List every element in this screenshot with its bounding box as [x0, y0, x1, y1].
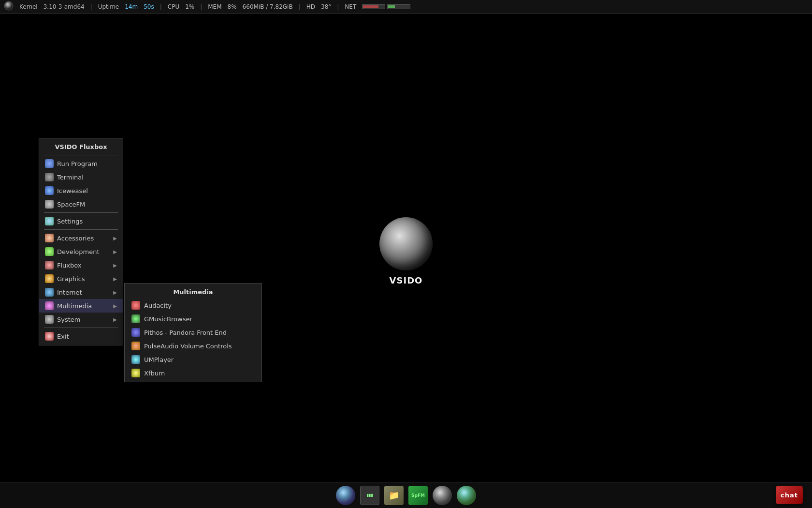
accessories-icon	[45, 234, 54, 242]
graphics-arrow: ▶	[113, 276, 117, 282]
graphics-icon	[45, 274, 54, 283]
multimedia-arrow: ▶	[113, 303, 117, 309]
iceweasel-icon	[45, 186, 54, 195]
main-menu: VSIDO Fluxbox Run Program Terminal Icewe…	[39, 138, 123, 345]
chat-icon: chat	[776, 486, 803, 504]
menu-divider-1	[44, 155, 118, 155]
menu-item-development[interactable]: Development ▶	[39, 245, 123, 258]
taskbar-browser2[interactable]	[456, 485, 477, 506]
topbar: Kernel 3.10-3-amd64 | Uptime 14m 50s | C…	[0, 0, 812, 14]
spacefm-icon	[45, 200, 54, 209]
hd-label: HD	[306, 3, 315, 10]
fluxbox-arrow: ▶	[113, 263, 117, 268]
menu-item-system[interactable]: System ▶	[39, 313, 123, 326]
chat-button[interactable]: chat	[774, 484, 805, 506]
menu-item-internet[interactable]: Internet ▶	[39, 285, 123, 299]
net-bars	[362, 4, 410, 9]
taskbar: ▮▮▮ 📁 SpFM	[0, 482, 812, 508]
fluxbox-icon	[45, 261, 54, 269]
sysmonitor-label: ▮▮▮	[366, 493, 373, 497]
development-arrow: ▶	[113, 249, 117, 254]
menu-divider-3	[44, 229, 118, 230]
menu-divider-2	[44, 212, 118, 213]
mem-value: 8%	[228, 3, 237, 10]
menu-item-exit[interactable]: Exit	[39, 329, 123, 343]
multimedia-submenu: Multimedia Audacity GMusicBrowser Pithos…	[124, 283, 262, 382]
pulseaudio-icon	[131, 342, 140, 350]
hd-value: 38°	[321, 3, 331, 10]
system-arrow: ▶	[113, 317, 117, 322]
submenu-item-umplayer[interactable]: UMPlayer	[125, 353, 261, 366]
menu-divider-4	[44, 328, 118, 328]
sep2: |	[160, 3, 162, 10]
pithos-label: Pithos - Pandora Front End	[144, 329, 227, 336]
submenu-item-pulseaudio[interactable]: PulseAudio Volume Controls	[125, 339, 261, 353]
gmusicbrowser-label: GMusicBrowser	[144, 315, 192, 323]
menu-item-graphics[interactable]: Graphics ▶	[39, 272, 123, 285]
internet-label: Internet	[57, 289, 82, 296]
umplayer-icon	[131, 355, 140, 364]
terminal-label: Terminal	[57, 174, 84, 181]
uptime-label: Uptime	[98, 3, 119, 10]
xfburn-icon	[131, 369, 140, 377]
gmusicbrowser-icon	[131, 314, 140, 323]
svg-point-0	[4, 1, 13, 10]
menu-item-settings[interactable]: Settings	[39, 214, 123, 228]
spfm-label: SpFM	[411, 493, 425, 498]
internet-arrow: ▶	[113, 290, 117, 295]
pithos-icon	[131, 328, 140, 337]
terminal-icon	[45, 173, 54, 181]
exit-label: Exit	[57, 333, 69, 340]
net-label: NET	[345, 3, 356, 10]
pulseaudio-label: PulseAudio Volume Controls	[144, 343, 232, 350]
kernel-value: 3.10-3-amd64	[44, 3, 85, 10]
desktop-logo-text: VSIDO	[390, 275, 423, 285]
menu-item-iceweasel[interactable]: Iceweasel	[39, 184, 123, 197]
taskbar-vsido[interactable]	[432, 485, 453, 506]
chat-label: chat	[781, 492, 798, 499]
taskbar-spfm[interactable]: SpFM	[407, 485, 429, 506]
umplayer-label: UMPlayer	[144, 356, 174, 363]
submenu-item-pithos[interactable]: Pithos - Pandora Front End	[125, 326, 261, 339]
menu-item-fluxbox[interactable]: Fluxbox ▶	[39, 258, 123, 272]
system-icon	[45, 315, 54, 324]
system-label: System	[57, 316, 80, 323]
topbar-logo	[4, 1, 14, 12]
multimedia-label: Multimedia	[57, 302, 92, 310]
accessories-label: Accessories	[57, 235, 94, 242]
taskbar-sysmonitor[interactable]: ▮▮▮	[359, 485, 380, 506]
accessories-arrow: ▶	[113, 236, 117, 241]
xfburn-label: Xfburn	[144, 370, 165, 377]
sep3: |	[200, 3, 202, 10]
menu-title: VSIDO Fluxbox	[39, 140, 123, 153]
mem-detail: 660MiB / 7.82GiB	[243, 3, 293, 10]
cpu-label: CPU	[168, 3, 179, 10]
audacity-icon	[131, 301, 140, 310]
mem-label: MEM	[208, 3, 221, 10]
menu-item-multimedia[interactable]: Multimedia ▶	[39, 299, 123, 313]
settings-icon	[45, 217, 54, 225]
sep1: |	[90, 3, 92, 10]
internet-icon	[45, 288, 54, 297]
run-program-label: Run Program	[57, 160, 98, 167]
graphics-label: Graphics	[57, 275, 85, 283]
menu-item-spacefm[interactable]: SpaceFM	[39, 197, 123, 211]
submenu-item-audacity[interactable]: Audacity	[125, 299, 261, 312]
submenu-item-gmusicbrowser[interactable]: GMusicBrowser	[125, 312, 261, 326]
spacefm-label: SpaceFM	[57, 201, 85, 208]
development-icon	[45, 247, 54, 256]
submenu-item-xfburn[interactable]: Xfburn	[125, 366, 261, 380]
desktop-logo: VSIDO	[377, 222, 435, 280]
audacity-label: Audacity	[144, 302, 172, 309]
exit-icon	[45, 332, 54, 341]
taskbar-iceweasel[interactable]	[335, 485, 356, 506]
submenu-title: Multimedia	[125, 285, 261, 299]
sep5: |	[337, 3, 339, 10]
menu-item-terminal[interactable]: Terminal	[39, 170, 123, 184]
sep4: |	[299, 3, 301, 10]
menu-item-accessories[interactable]: Accessories ▶	[39, 231, 123, 245]
uptime-value1: 14m	[125, 3, 138, 10]
fluxbox-label: Fluxbox	[57, 262, 82, 269]
menu-item-run-program[interactable]: Run Program	[39, 157, 123, 170]
taskbar-spacefm-folder[interactable]: 📁	[383, 485, 405, 506]
